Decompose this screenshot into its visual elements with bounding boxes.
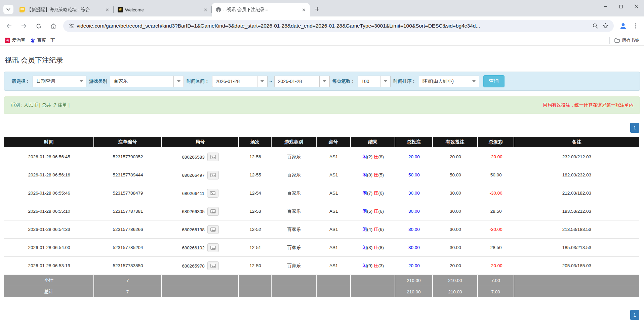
- tab-search-button[interactable]: [3, 5, 13, 14]
- tab-close-button[interactable]: [104, 7, 110, 13]
- profile-avatar-button[interactable]: [618, 21, 629, 31]
- cell-round-number: 680266305: [162, 202, 239, 220]
- subtotal-row-cell-8: 210.00: [395, 275, 433, 286]
- site-settings-icon[interactable]: [67, 21, 77, 31]
- home-button[interactable]: [48, 20, 59, 32]
- cell-time: 2026-01-28 06:56:16: [4, 166, 94, 184]
- back-button[interactable]: [3, 20, 15, 32]
- round-result-image-button[interactable]: [207, 243, 219, 252]
- globe-icon: [216, 7, 221, 12]
- bookmark-baidu[interactable]: 百度一下: [30, 37, 55, 43]
- browser-tab-1[interactable]: 【新提醒】海燕策略论坛 - 综合: [15, 3, 114, 16]
- cell-result: 闲(8) 庄(5): [351, 166, 395, 184]
- browser-menu-button[interactable]: [631, 21, 641, 31]
- cell-bet-number: 523157783850: [94, 257, 161, 275]
- cell-result: 闲(3) 庄(8): [351, 239, 395, 257]
- date-end-input[interactable]: [275, 76, 319, 87]
- cell-round-number: 680266497: [162, 166, 239, 184]
- total-row-cell-11: [514, 286, 639, 298]
- round-result-image-button[interactable]: [207, 189, 218, 198]
- column-header-8: 总投注: [395, 137, 433, 148]
- table-header-row: 时间注单编号局号场次游戏类别桌号结果总投注有效投注总派彩备注: [4, 137, 639, 148]
- date-range-label: 时间区间：: [187, 78, 209, 84]
- round-result-image-button[interactable]: [207, 207, 219, 216]
- page-size-label: 每页笔数：: [332, 78, 355, 84]
- tab-title: :::视讯 会员下注纪录:::: [223, 7, 298, 13]
- picture-icon: [210, 173, 216, 177]
- cell-table-number: AS1: [317, 202, 351, 220]
- round-result-image-button[interactable]: [207, 153, 219, 161]
- page-1-button[interactable]: 1: [630, 310, 639, 320]
- query-mode-input[interactable]: [33, 76, 76, 87]
- cell-time: 2026-01-28 06:53:19: [4, 257, 94, 275]
- page-size-dropdown-button[interactable]: [380, 76, 390, 87]
- date-start-select: [212, 76, 268, 87]
- round-result-image-button[interactable]: [207, 261, 219, 270]
- round-result-image-button[interactable]: [207, 171, 219, 179]
- game-kind-dropdown-button[interactable]: [173, 76, 184, 87]
- sort-input[interactable]: [419, 76, 469, 87]
- forward-button[interactable]: [18, 20, 30, 32]
- cell-total-bet[interactable]: 20.00: [395, 148, 433, 166]
- query-button[interactable]: 查询: [483, 75, 505, 87]
- cell-total-bet[interactable]: 30.00: [395, 220, 433, 239]
- cell-result: 闲(4) 庄(6): [351, 220, 395, 239]
- banker-result: 庄(8): [374, 154, 384, 159]
- game-kind-input[interactable]: [110, 76, 173, 87]
- kebab-menu-icon: [635, 23, 636, 29]
- cell-total-bet[interactable]: 20.00: [395, 257, 433, 275]
- reload-button[interactable]: [33, 20, 44, 32]
- round-number-text: 680266198: [182, 227, 205, 232]
- minimize-button[interactable]: [598, 0, 613, 13]
- close-window-button[interactable]: [629, 0, 644, 13]
- forum-icon: [19, 7, 25, 12]
- range-separator: ~: [270, 79, 272, 84]
- date-end-dropdown-button[interactable]: [319, 76, 329, 87]
- date-start-input[interactable]: [212, 76, 257, 87]
- picture-icon: [210, 155, 216, 159]
- cell-total-bet[interactable]: 30.00: [395, 202, 433, 220]
- cell-payout: -30.00: [478, 184, 514, 202]
- cell-valid-bet: 30.00: [433, 202, 478, 220]
- cell-bet-number: 523157786266: [94, 220, 161, 239]
- page-1-button[interactable]: 1: [630, 123, 639, 133]
- sort-dropdown-button[interactable]: [469, 76, 479, 87]
- round-result-image-button[interactable]: [207, 225, 219, 234]
- close-icon: [634, 4, 638, 8]
- subtotal-row-cell-7: [351, 275, 395, 286]
- maximize-button[interactable]: [613, 0, 629, 13]
- sort-select: [419, 76, 479, 87]
- cell-total-bet[interactable]: 30.00: [395, 239, 433, 257]
- url-text[interactable]: videoie.com/game/betrecord_search/kind3?…: [77, 23, 590, 29]
- game-kind-label: 游戏类别: [89, 78, 107, 84]
- back-icon: [6, 23, 12, 29]
- cell-payout: -20.00: [478, 148, 514, 166]
- banker-result: 庄(6): [374, 209, 384, 214]
- cell-valid-bet: 30.00: [433, 239, 478, 257]
- browser-tab-3[interactable]: :::视讯 会员下注纪录:::: [212, 3, 310, 16]
- zoom-button[interactable]: [590, 21, 600, 31]
- new-tab-button[interactable]: [313, 4, 322, 14]
- page-size-input[interactable]: [358, 76, 380, 87]
- cell-valid-bet: 30.00: [433, 220, 478, 239]
- total-row-cell-1: 总计: [4, 286, 94, 298]
- round-number-text: 680266102: [182, 245, 205, 250]
- cell-total-bet[interactable]: 50.00: [395, 166, 433, 184]
- query-mode-dropdown-button[interactable]: [76, 76, 86, 87]
- tab-close-button[interactable]: [202, 7, 208, 13]
- tab-close-button[interactable]: [300, 7, 307, 13]
- date-start-dropdown-button[interactable]: [257, 76, 267, 87]
- bookmark-star-button[interactable]: [600, 21, 610, 31]
- subtotal-row-cell-6: [317, 275, 351, 286]
- cell-payout: -20.00: [478, 257, 514, 275]
- cell-table-number: AS1: [317, 257, 351, 275]
- caret-down-icon: [472, 80, 476, 82]
- page-content: 视讯 会员下注纪录 请选择： 游戏类别 时间区间： ~ 每页笔数： 时间排序：: [0, 46, 644, 327]
- browser-tab-2[interactable]: Welcome: [114, 3, 212, 16]
- address-bar[interactable]: videoie.com/game/betrecord_search/kind3?…: [63, 20, 614, 32]
- all-bookmarks-button[interactable]: 所有书签: [609, 37, 639, 44]
- cell-total-bet[interactable]: 30.00: [395, 184, 433, 202]
- bookmark-aitaobao[interactable]: 淘 爱淘宝: [5, 37, 25, 43]
- column-header-1: 时间: [4, 137, 94, 148]
- forward-icon: [21, 23, 27, 29]
